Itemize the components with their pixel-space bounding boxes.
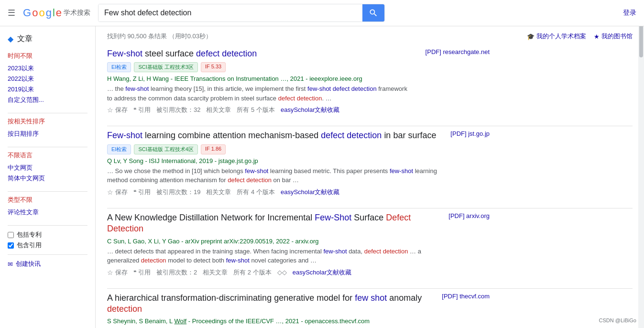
result-title-1[interactable]: Few-shot steel surface defect detection [107,48,414,59]
badge-ei-2: EI检索 [107,144,131,154]
menu-icon[interactable]: ☰ [8,8,15,18]
google-logo: Google 学术搜索 [23,7,90,19]
title-plain: anomaly [389,293,422,303]
badge-if-2: IF 1.86 [201,144,226,154]
result-row-2: Few-shot learning combine attention mech… [107,130,490,196]
easyscholar-1[interactable]: easyScholar文献收藏 [281,106,340,114]
results-count: 找到约 90,500 条结果 （用时0.03秒） [107,32,212,41]
star-icon-3: ☆ [107,269,113,276]
checkbox-citation[interactable]: 包含引用 [8,240,87,251]
results-info-right: 🎓 我的个人学术档案 ★ 我的图书馆 [527,32,633,41]
more-3[interactable]: ◇◇ [277,269,287,276]
result-pdf-1[interactable]: [PDF] researchgate.net [426,48,490,55]
email-alert[interactable]: ✉ 创建快讯 [8,259,87,269]
result-main-2: Few-shot learning combine attention mech… [107,130,439,196]
result-row-1: Few-shot steel surface defect detection … [107,48,490,114]
save-action-2[interactable]: ☆ 保存 [107,188,128,197]
sort-section: 按相关性排序 按日期排序 [8,117,87,139]
result-title-3[interactable]: A New Knowledge Distillation Network for… [107,212,437,235]
quote-icon: ❝ [133,107,136,113]
versions-3[interactable]: 所有 2 个版本 [233,268,271,277]
article-icon: ◆ [8,34,13,44]
cite-action-2[interactable]: ❝ 引用 [133,188,151,197]
result-row-3: A New Knowledge Distillation Network for… [107,212,490,277]
sidebar-item-review[interactable]: 评论性文章 [8,207,87,218]
title-highlight-red: detection [107,304,142,314]
articles-header: ◆ 文章 [8,34,87,44]
result-item-2: Few-shot learning combine attention mech… [107,130,490,196]
title-highlight: defect detection [196,49,257,58]
checkbox-patent[interactable]: 包括专利 [8,230,87,240]
scholar-label: 学术搜索 [64,9,90,17]
divider2 [8,147,87,147]
result-pdf-2[interactable]: [PDF] jst.go.jp [450,130,490,137]
result-title-4[interactable]: A hierarchical transformation-discrimina… [107,293,430,315]
result-main-1: Few-shot steel surface defect detection … [107,48,414,114]
my-profile-link[interactable]: 🎓 我的个人学术档案 [527,32,586,41]
result-item-4: A hierarchical transformation-discrimina… [107,293,490,328]
scrollbar[interactable] [638,0,644,328]
header-right: 登录 [623,9,636,17]
related-1[interactable]: 相关文章 [206,106,231,114]
divider5 [8,254,87,255]
search-button[interactable] [362,4,384,22]
result-pdf-3[interactable]: [PDF] arxiv.org [448,212,490,219]
result-pdf-4[interactable]: [PDF] thecvf.com [442,293,490,300]
cited-count-1[interactable]: 被引用次数：32 [156,106,200,114]
sidebar-item-2019[interactable]: 2019以来 [8,84,87,95]
divider-r3 [107,288,633,289]
search-icon [369,8,378,18]
sidebar-item-chinese-web[interactable]: 中文网页 [8,163,87,173]
result-snippet-3: … detect defects that appeared in the tr… [107,247,437,265]
sidebar-item-simplified-chinese[interactable]: 简体中文网页 [8,173,87,184]
sidebar-item-2022[interactable]: 2022以来 [8,74,87,84]
citation-checkbox[interactable] [8,242,14,249]
result-meta-3: C Sun, L Gao, X Li, Y Gao - arXiv prepri… [107,238,437,245]
result-main-3: A New Knowledge Distillation Network for… [107,212,437,277]
star-icon-2: ☆ [107,188,113,196]
sidebar-item-2023[interactable]: 2023以来 [8,63,87,74]
title-highlight-red2: Detection [107,224,143,233]
main-content: 找到约 90,500 条结果 （用时0.03秒） 🎓 我的个人学术档案 ★ 我的… [96,26,644,328]
result-row-4: A hierarchical transformation-discrimina… [107,293,490,328]
cite-action-3[interactable]: ❝ 引用 [133,268,151,277]
sidebar-item-sort-date[interactable]: 按日期排序 [8,129,87,139]
title-highlight: Few-shot [107,49,142,58]
related-3[interactable]: 相关文章 [203,268,228,277]
related-2[interactable]: 相关文章 [206,188,231,197]
easyscholar-3[interactable]: easyScholar文献收藏 [293,268,352,277]
title-plain: in bar surface [384,131,436,140]
divider4 [8,225,87,226]
save-action-3[interactable]: ☆ 保存 [107,268,128,277]
title-highlight: defect detection [321,131,382,140]
versions-2[interactable]: 所有 4 个版本 [237,188,274,197]
cite-action-1[interactable]: ❝ 引用 [133,106,151,114]
search-input[interactable] [98,4,362,22]
result-title-2[interactable]: Few-shot learning combine attention mech… [107,130,439,141]
easyscholar-2[interactable]: easyScholar文献收藏 [281,188,340,197]
title-plain: Surface [354,213,386,222]
footer-watermark: CSDN @LiBiGo [599,317,636,323]
save-action-1[interactable]: ☆ 保存 [107,106,128,114]
result-snippet-2: … So we chose the method in [10] which b… [107,166,439,185]
divider [8,113,87,113]
badge-sci-2: SCI基础版 工程技术4区 [134,144,198,154]
title-plain: learning combine attention mechanism-bas… [145,131,321,140]
patent-checkbox[interactable] [8,232,14,238]
sidebar-item-custom-range[interactable]: 自定义范围... [8,95,87,105]
login-button[interactable]: 登录 [623,9,636,16]
versions-1[interactable]: 所有 5 个版本 [237,106,274,114]
main-layout: ◆ 文章 时间不限 2023以来 2022以来 2019以来 自定义范围... … [0,26,644,328]
result-main-4: A hierarchical transformation-discrimina… [107,293,430,328]
title-plain: A New Knowledge Distillation Network for… [107,213,315,222]
cited-count-3[interactable]: 被引用次数：2 [156,268,197,277]
quote-icon-2: ❝ [133,189,136,196]
result-snippet-1: … the few-shot learning theory [15], in … [107,84,414,103]
time-filter-section: 时间不限 2023以来 2022以来 2019以来 自定义范围... [8,52,87,105]
title-plain: A hierarchical transformation-discrimina… [107,293,355,303]
cited-count-2[interactable]: 被引用次数：19 [156,188,200,197]
divider3 [8,191,87,192]
result-item-1: Few-shot steel surface defect detection … [107,48,490,114]
my-library-link[interactable]: ★ 我的图书馆 [594,32,633,41]
email-icon: ✉ [8,261,13,268]
